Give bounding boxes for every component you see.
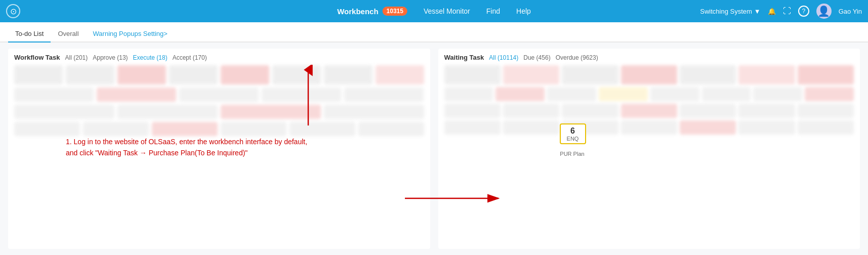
workflow-card <box>221 65 269 84</box>
waiting-card-sm <box>503 120 559 135</box>
waiting-card-sm <box>738 120 795 135</box>
waiting-card-sm <box>444 120 501 135</box>
workflow-card <box>14 65 63 84</box>
workflow-card-sm <box>97 88 176 102</box>
home-icon: ⊙ <box>10 7 17 16</box>
workflow-card-row-4 <box>14 122 424 136</box>
workbench-badge: 10315 <box>383 7 407 16</box>
workflow-filter-execute[interactable]: Execute (18) <box>133 54 168 61</box>
workflow-card-sm <box>117 105 218 119</box>
waiting-card-sm <box>599 87 648 101</box>
tab-warning-popups[interactable]: Warning Popups Setting> <box>86 26 175 42</box>
waiting-filter-due[interactable]: Due (456) <box>523 54 550 61</box>
switching-system-button[interactable]: Switching System ▼ <box>700 8 760 15</box>
task-columns: Workflow Task All (201) Approve (13) Exe… <box>8 49 860 249</box>
workflow-filter-approve[interactable]: Approve (13) <box>93 54 128 61</box>
workflow-card <box>169 65 218 84</box>
workflow-card-row-2 <box>14 88 424 102</box>
nav-right-section: Switching System ▼ 🔔 ⛶ ? 👤 Gao Yin <box>700 4 862 19</box>
workflow-card-sm <box>14 122 80 136</box>
waiting-card-sm <box>753 87 802 101</box>
avatar[interactable]: 👤 <box>816 4 832 19</box>
expand-icon[interactable]: ⛶ <box>783 7 791 16</box>
waiting-card-sm <box>444 87 493 101</box>
waiting-card <box>503 65 559 84</box>
workflow-filter-all[interactable]: All (201) <box>65 54 88 61</box>
help-link[interactable]: Help <box>516 7 531 15</box>
waiting-card-sm <box>798 104 854 118</box>
help-circle-icon[interactable]: ? <box>798 6 809 17</box>
workflow-task-header: Workflow Task All (201) Approve (13) Exe… <box>14 54 424 61</box>
workflow-card <box>66 65 114 84</box>
user-name[interactable]: Gao Yin <box>839 8 862 15</box>
workflow-card <box>272 65 321 84</box>
waiting-card-sm <box>621 120 677 135</box>
waiting-card-sm <box>680 104 736 118</box>
workflow-card-sm <box>324 105 424 119</box>
waiting-card-sm <box>444 104 501 118</box>
waiting-card-sm <box>621 104 677 118</box>
enq-box[interactable]: 6 ENQ <box>560 123 586 144</box>
top-navigation: ⊙ Workbench 10315 Vessel Monitor Find He… <box>0 0 868 22</box>
workflow-card-row-3 <box>14 105 424 119</box>
tab-bar: To-do List Overall Warning Popups Settin… <box>0 22 868 42</box>
workflow-card <box>324 65 373 84</box>
waiting-filter-overdue[interactable]: Overdue (9623) <box>556 54 598 61</box>
workflow-card-sm <box>290 122 355 136</box>
waiting-card <box>562 65 618 84</box>
workflow-filter-accept[interactable]: Accept (170) <box>173 54 207 61</box>
waiting-task-title: Waiting Task <box>444 54 484 61</box>
waiting-card-sm <box>650 87 699 101</box>
workbench-label: Workbench <box>337 7 378 16</box>
waiting-filter-all[interactable]: All (10114) <box>489 54 518 61</box>
workflow-card-sm <box>221 122 286 136</box>
waiting-card-row-2 <box>444 87 854 101</box>
waiting-card-sm <box>680 120 736 135</box>
bell-icon[interactable]: 🔔 <box>768 8 776 15</box>
workflow-card-sm <box>14 88 94 102</box>
waiting-task-panel: Waiting Task All (10114) Due (456) Overd… <box>438 49 860 249</box>
waiting-card-sm <box>562 104 618 118</box>
workflow-card <box>117 65 166 84</box>
workbench-nav-item[interactable]: Workbench 10315 <box>337 7 407 16</box>
waiting-card <box>738 65 795 84</box>
workflow-task-title: Workflow Task <box>14 54 60 61</box>
enq-subtext: PUR Plan <box>554 151 591 157</box>
tab-overall[interactable]: Overall <box>51 26 86 42</box>
waiting-card <box>621 65 677 84</box>
waiting-card-sm <box>738 104 795 118</box>
waiting-card-sm <box>798 120 854 135</box>
waiting-card <box>444 65 501 84</box>
enq-number: 6 <box>561 126 585 136</box>
main-content: All Vessels ▼ Workflow Task All (201) Ap… <box>0 42 868 255</box>
home-logo-button[interactable]: ⊙ <box>6 4 20 18</box>
workflow-card-sm <box>83 122 149 136</box>
enq-label: ENQ <box>561 136 585 142</box>
workflow-card-grid <box>14 65 424 84</box>
waiting-card-sm <box>547 87 596 101</box>
waiting-card-sm <box>495 87 545 101</box>
waiting-card-sm <box>805 87 854 101</box>
workflow-card-sm <box>152 122 218 136</box>
waiting-card-grid <box>444 65 854 84</box>
waiting-card-sm <box>503 104 559 118</box>
workflow-card-sm <box>358 122 424 136</box>
switching-system-label: Switching System <box>700 8 752 15</box>
waiting-card-row-3 <box>444 104 854 118</box>
waiting-task-header: Waiting Task All (10114) Due (456) Overd… <box>444 54 854 61</box>
workflow-task-panel: Workflow Task All (201) Approve (13) Exe… <box>8 49 430 249</box>
find-link[interactable]: Find <box>486 7 500 15</box>
waiting-card-sm <box>702 87 751 101</box>
workflow-card <box>376 65 424 84</box>
workflow-card-sm <box>221 105 321 119</box>
nav-center-links: Workbench 10315 Vessel Monitor Find Help <box>337 7 531 16</box>
waiting-card-row-4 <box>444 120 854 135</box>
tab-todo-list[interactable]: To-do List <box>8 26 51 42</box>
workflow-card-sm <box>344 88 424 102</box>
workflow-card-sm <box>14 105 114 119</box>
workflow-card-sm <box>262 88 341 102</box>
waiting-card <box>680 65 736 84</box>
vessel-monitor-link[interactable]: Vessel Monitor <box>424 7 470 15</box>
dropdown-icon: ▼ <box>754 8 761 15</box>
waiting-card <box>798 65 854 84</box>
